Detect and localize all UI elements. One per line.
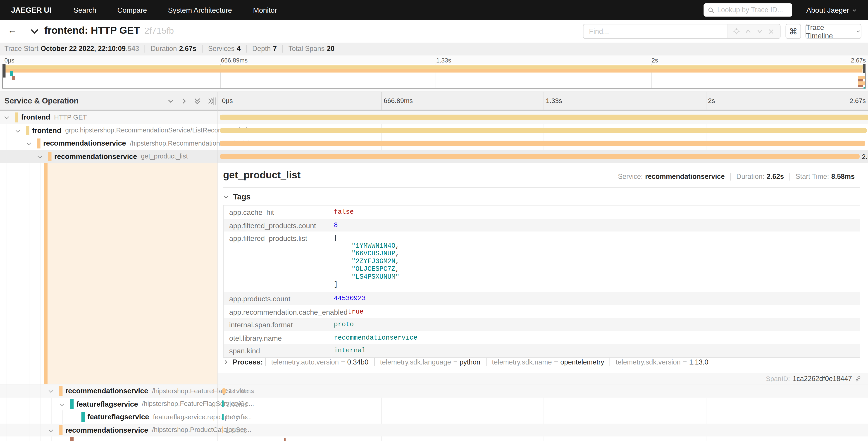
span-detail-indent [0, 163, 217, 384]
prev-match-icon[interactable] [744, 28, 752, 35]
nav-item-system-architecture[interactable]: System Architecture [168, 6, 232, 14]
next-match-icon[interactable] [756, 28, 764, 35]
tag-row: span.kind internal [223, 344, 860, 357]
back-button[interactable]: ← [8, 25, 17, 36]
tag-row: app.products.count 44530923 [223, 292, 860, 305]
header-gridline [381, 92, 382, 110]
span-row-featureflagservice-repo-query[interactable]: featureflagservicefeatureflagservice.rep… [0, 410, 868, 423]
minimap-span-bar [10, 71, 13, 76]
column-divider[interactable] [217, 92, 218, 441]
span-bar[interactable] [220, 115, 868, 120]
collapse-trace-chevron-icon[interactable] [30, 27, 39, 37]
span-id-strip: SpanID: 1ca2262df0e18447 [217, 373, 868, 384]
chevron-down-icon [852, 7, 857, 12]
expand-one-icon[interactable] [181, 97, 188, 105]
minimap-canvas[interactable] [2, 64, 866, 89]
tag-row: internal.span.format proto [223, 318, 860, 331]
minimap-tick: 1.33s [436, 57, 451, 64]
span-bar[interactable] [222, 413, 223, 420]
nav-item-monitor[interactable]: Monitor [253, 6, 277, 14]
span-service: recommendationservice [43, 139, 126, 148]
span-service: featureflagservice [76, 400, 138, 408]
service-color-bar [26, 125, 29, 135]
timeline-tick: 2s [708, 97, 715, 105]
span-bar[interactable] [222, 388, 226, 393]
minimap-span-bar [858, 82, 865, 84]
collapse-chevron-icon[interactable] [37, 153, 42, 158]
minimap-tick: 0μs [4, 57, 14, 64]
nav-item-search[interactable]: Search [73, 6, 96, 14]
process-section-toggle[interactable]: Process: telemetry.auto.version0.34b0 te… [223, 358, 714, 366]
span-row-frontend-grpc[interactable]: frontendgrpc.hipstershop.RecommendationS… [0, 124, 868, 137]
span-detail-meta: Service:recommendationservice Duration:2… [612, 173, 860, 180]
find-input[interactable] [584, 25, 727, 38]
copy-link-icon[interactable] [855, 375, 861, 382]
span-row-get-product-list[interactable]: recommendationserviceget_product_list 2.… [0, 150, 868, 163]
span-bar[interactable] [222, 401, 223, 407]
span-rows: frontendHTTP GET frontendgrpc.hipstersho… [0, 111, 868, 441]
span-row-partial[interactable] [0, 437, 868, 441]
span-row-featureflag-call[interactable]: recommendationservice/hipstershop.Featur… [0, 384, 868, 397]
span-row-frontend-http-get[interactable]: frontendHTTP GET [0, 111, 868, 124]
span-service: frontend [21, 113, 50, 122]
tree-controls [167, 97, 214, 105]
nav-item-compare[interactable]: Compare [118, 6, 147, 14]
trace-depth: Depth7 [246, 45, 282, 53]
span-id-value: 1ca2262df0e18447 [793, 375, 852, 382]
trace-view-selector[interactable]: Trace Timeline [806, 24, 862, 39]
focus-match-icon[interactable] [733, 28, 740, 35]
timeline-table-header: Service & Operation 0μs 666.89ms 1.33s 2… [0, 92, 868, 111]
span-operation: HTTP GET [54, 113, 87, 121]
span-service: frontend [32, 126, 61, 135]
collapse-one-icon[interactable] [167, 97, 175, 105]
span-duration-label: 3.47ms [226, 413, 248, 421]
trace-summary-bar: Trace StartOctober 22 2022, 22:10:09.543… [0, 42, 868, 55]
trace-start: Trace StartOctober 22 2022, 22:10:09.543 [4, 45, 145, 53]
minimap-span-bar [12, 76, 15, 80]
tags-table: app.cache_hit false app.filtered_product… [223, 205, 860, 357]
search-icon [708, 7, 714, 13]
collapse-chevron-icon[interactable] [49, 388, 53, 393]
tag-row: otel.library.name recommendationservice [223, 331, 860, 344]
collapse-chevron-icon[interactable] [60, 401, 64, 406]
span-bar[interactable] [220, 141, 865, 146]
about-jaeger-menu[interactable]: About Jaeger [806, 6, 857, 14]
span-bar[interactable] [220, 154, 860, 159]
span-duration-value: 2.62s [767, 173, 784, 180]
trace-id-short: 2f715fb [144, 26, 174, 35]
service-color-bar [15, 113, 18, 122]
column-resizer-handle[interactable] [213, 97, 216, 105]
timeline-tick: 2.67s [849, 97, 866, 105]
minimap-tick: 666.89ms [221, 57, 248, 64]
span-bar[interactable] [220, 128, 867, 133]
span-bar[interactable] [222, 427, 223, 433]
collapse-chevron-icon[interactable] [4, 115, 9, 119]
span-row-recommendation-list[interactable]: recommendationservice/hipstershop.Recomm… [0, 137, 868, 150]
tag-row: app.filtered_products.list [ 1YMWWN1N4O … [223, 232, 860, 292]
minimap-left-drag-handle[interactable] [3, 64, 5, 78]
span-start-time-value: 8.58ms [831, 173, 855, 180]
find-controls [727, 25, 780, 38]
tags-section-toggle[interactable]: Tags [223, 192, 250, 201]
clear-find-icon[interactable] [768, 28, 774, 35]
minimap-right-drag-handle[interactable] [863, 64, 865, 73]
span-row-productcatalog-call[interactable]: recommendationservice/hipstershop.Produc… [0, 423, 868, 436]
trace-minimap[interactable]: 0μs 666.89ms 1.33s 2s 2.67s [0, 56, 868, 92]
span-bar[interactable] [284, 438, 285, 441]
timeline-tick: 0μs [222, 97, 233, 105]
app-logo[interactable]: JAEGER UI [11, 6, 51, 14]
top-nav: JAEGER UI Search Compare System Architec… [0, 0, 868, 20]
collapse-chevron-icon[interactable] [16, 127, 20, 132]
timeline-tick: 666.89ms [383, 97, 413, 105]
jaeger-trace-page: JAEGER UI Search Compare System Architec… [0, 0, 868, 441]
collapse-all-icon[interactable] [194, 97, 201, 105]
keyboard-shortcuts-button[interactable]: ⌘ [785, 24, 801, 39]
process-tag: telemetry.sdk.languagepython [374, 358, 486, 366]
service-color-bar [59, 425, 62, 435]
trace-id-lookup[interactable] [704, 3, 792, 17]
trace-id-lookup-input[interactable] [717, 6, 783, 14]
collapse-chevron-icon[interactable] [27, 141, 31, 145]
span-row-featureflagservice-getflag[interactable]: featureflagservice/hipstershop.FeatureFl… [0, 397, 868, 410]
process-tag: telemetry.auto.version0.34b0 [265, 358, 374, 366]
collapse-chevron-icon[interactable] [49, 427, 53, 432]
